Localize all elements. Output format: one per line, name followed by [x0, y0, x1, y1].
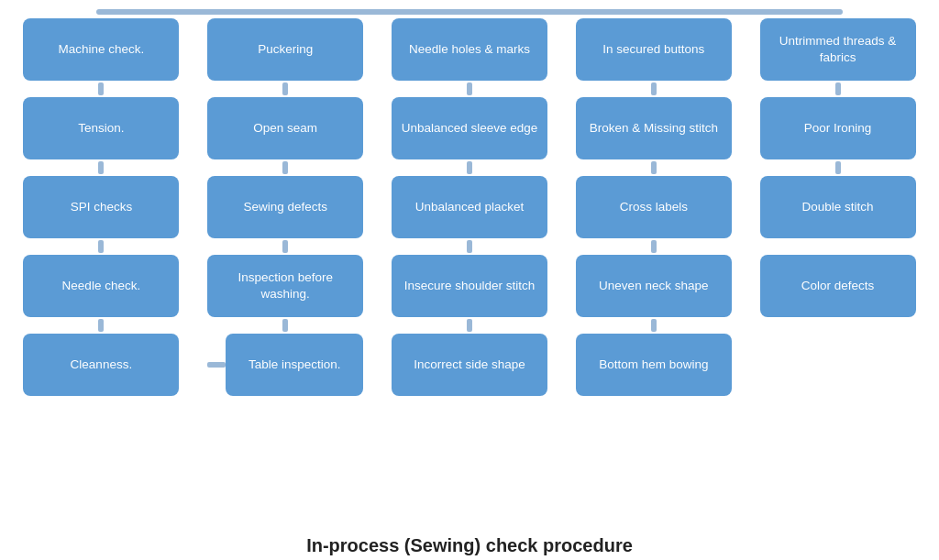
cross-labels-card: Cross labels — [576, 176, 732, 238]
h-connector-left — [207, 362, 226, 368]
row-3-cards: SPI checks Sewing defects Unbalanced pla… — [9, 176, 930, 238]
vert-conn — [282, 161, 288, 174]
conn4-23 — [567, 159, 741, 176]
col3-unit: Needle holes & marks — [382, 18, 557, 81]
vert-conn — [98, 319, 104, 332]
col5-unit-r5 — [751, 334, 925, 396]
connectors-4-5 — [9, 317, 930, 334]
conn1-34 — [14, 238, 188, 255]
insecure-shoulder-card: Insecure shoulder stitch — [392, 255, 547, 317]
col3-unit-r5: Incorrect side shape — [382, 334, 557, 396]
flow-wrapper: Machine check. Puckering Needle holes & … — [9, 7, 930, 530]
row-2-cards: Tension. Open seam Unbalanced sleeve edg… — [9, 97, 930, 159]
col5-unit: Untrimmed threads & fabrics — [751, 18, 925, 81]
vert-conn — [98, 240, 104, 253]
conn4-34 — [567, 238, 741, 255]
double-stitch-card: Double stitch — [760, 176, 916, 238]
vert-conn — [282, 240, 288, 253]
top-connector-bar — [9, 7, 930, 16]
connectors-1-2 — [9, 81, 930, 97]
color-defects-card: Color defects — [760, 255, 916, 317]
conn2 — [198, 81, 372, 97]
conn3-34 — [382, 238, 557, 255]
conn3-23 — [382, 159, 557, 176]
col2-unit: Puckering — [198, 18, 372, 81]
conn4-45 — [567, 317, 741, 334]
vert-conn — [467, 240, 472, 253]
tension-card: Tension. — [23, 97, 179, 159]
conn2-45 — [198, 317, 372, 334]
col3-unit-r4: Insecure shoulder stitch — [382, 255, 557, 317]
untrimmed-threads-card: Untrimmed threads & fabrics — [760, 18, 916, 81]
broken-missing-card: Broken & Missing stitch — [576, 97, 732, 159]
needle-check-card: Needle check. — [23, 255, 179, 317]
col3-unit-r3: Unbalanced placket — [382, 176, 557, 238]
col4-unit-r5: Bottom hem bowing — [567, 334, 741, 396]
page-title: In-process (Sewing) check procedure — [306, 535, 633, 556]
row-1-cards: Machine check. Puckering Needle holes & … — [9, 18, 930, 81]
col5-unit-r4: Color defects — [751, 255, 925, 317]
in-secured-buttons-card: In secured buttons — [576, 18, 732, 81]
conn2-34 — [198, 238, 372, 255]
conn1-23 — [14, 159, 188, 176]
col2-with-hconn: Table inspection. — [198, 334, 372, 396]
table-inspection-card: Table inspection. — [226, 334, 363, 396]
unbalanced-placket-card: Unbalanced placket — [392, 176, 547, 238]
conn3 — [382, 81, 557, 97]
bottom-hem-card: Bottom hem bowing — [576, 334, 732, 396]
machine-check-card: Machine check. — [23, 18, 179, 81]
vert-conn — [467, 319, 472, 332]
conn1-45 — [14, 317, 188, 334]
connectors-3-4 — [9, 238, 930, 255]
col4-unit-r2: Broken & Missing stitch — [567, 97, 741, 159]
conn4 — [567, 81, 741, 97]
conn3-45 — [382, 317, 557, 334]
col2-unit-r3: Sewing defects — [198, 176, 372, 238]
vert-conn — [835, 161, 841, 174]
inspection-washing-card: Inspection before washing. — [207, 255, 363, 317]
conn5-23 — [751, 159, 925, 176]
col3-unit-r2: Unbalanced sleeve edge — [382, 97, 557, 159]
vert-conn — [651, 161, 657, 174]
col5-unit-r2: Poor Ironing — [751, 97, 925, 159]
col2-unit-r4: Inspection before washing. — [198, 255, 372, 317]
poor-ironing-card: Poor Ironing — [760, 97, 916, 159]
col1-unit-r4: Needle check. — [14, 255, 188, 317]
col1-unit: Machine check. — [14, 18, 188, 81]
vert-conn — [651, 319, 657, 332]
vert-conn — [98, 82, 104, 95]
needle-holes-card: Needle holes & marks — [392, 18, 547, 81]
vert-conn — [282, 82, 288, 95]
horizontal-bar — [96, 9, 843, 15]
vert-conn — [98, 161, 104, 174]
vert-conn — [282, 319, 288, 332]
col1-unit-r5: Cleanness. — [14, 334, 188, 396]
open-seam-card: Open seam — [207, 97, 363, 159]
connectors-2-3 — [9, 159, 930, 176]
cleanness-card: Cleanness. — [23, 334, 179, 396]
conn5 — [751, 81, 925, 97]
incorrect-side-card: Incorrect side shape — [392, 334, 547, 396]
col4-unit-r4: Uneven neck shape — [567, 255, 741, 317]
vert-conn — [467, 82, 472, 95]
col4-unit: In secured buttons — [567, 18, 741, 81]
vert-conn — [467, 161, 472, 174]
row-4-cards: Needle check. Inspection before washing.… — [9, 255, 930, 317]
col1-unit-r2: Tension. — [14, 97, 188, 159]
col1-unit-r3: SPI checks — [14, 176, 188, 238]
col2-unit-r2: Open seam — [198, 97, 372, 159]
conn1 — [14, 81, 188, 97]
vert-conn — [651, 240, 657, 253]
vert-conn — [651, 82, 657, 95]
col5-unit-r3: Double stitch — [751, 176, 925, 238]
puckering-card: Puckering — [207, 18, 363, 81]
col4-unit-r3: Cross labels — [567, 176, 741, 238]
vert-conn — [835, 82, 841, 95]
conn2-23 — [198, 159, 372, 176]
unbalanced-sleeve-card: Unbalanced sleeve edge — [392, 97, 547, 159]
spi-checks-card: SPI checks — [23, 176, 179, 238]
uneven-neck-card: Uneven neck shape — [576, 255, 732, 317]
sewing-defects-card: Sewing defects — [207, 176, 363, 238]
row-5-cards: Cleanness. Table inspection. Incorrect s… — [9, 334, 930, 396]
